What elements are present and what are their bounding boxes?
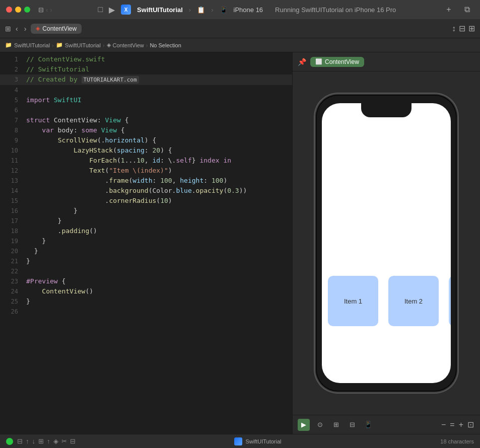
inspector-icon[interactable]: ↕	[452, 24, 456, 33]
status-project-name: SwiftUITutorial	[245, 438, 281, 444]
pin-button[interactable]: 📌	[298, 58, 306, 66]
plain-token: (	[117, 157, 121, 164]
play-icon[interactable]: ▶	[109, 5, 115, 15]
project-icon	[234, 437, 242, 445]
line-content-12[interactable]: Text("Item \(index)")	[26, 166, 288, 176]
split-view-icon[interactable]: ⊟	[459, 24, 465, 33]
nav-forward-icon[interactable]: ›	[50, 6, 52, 14]
line-content-18[interactable]: .padding()	[26, 226, 288, 236]
line-content-13[interactable]: .frame(width: 100, height: 100)	[26, 176, 288, 186]
zoom-in-button[interactable]: +	[458, 419, 464, 430]
plain-token: (.	[97, 136, 105, 144]
preview-panel: 📌 ⬜ ContentView Item 1Item 2Item 3 ▶ ⊙	[293, 52, 480, 434]
grid-preview-button[interactable]: ⊞	[330, 419, 342, 431]
line-number-19: 19	[4, 236, 18, 246]
line-content-16[interactable]: }	[26, 206, 288, 216]
plain-token: .	[26, 227, 61, 235]
line-content-25[interactable]: }	[26, 296, 288, 307]
status-bar: ⊟ ↑ ↓ ⊞ ↑ ◈ ✂ ⊟ SwiftUITutorial 18 chara…	[0, 434, 480, 448]
line-number-20: 20	[4, 246, 18, 256]
comment-token: // ContentView.swift	[26, 55, 105, 63]
plain-token: (	[113, 146, 117, 154]
method-token: ForEach	[89, 157, 117, 164]
plain-token	[26, 126, 42, 134]
param-token: spacing	[117, 146, 145, 154]
status-icon-8[interactable]: ⊟	[70, 437, 76, 445]
plain-token: :	[152, 177, 160, 184]
code-line-6: 6	[0, 105, 292, 115]
status-icon-7[interactable]: ✂	[61, 437, 67, 445]
record-button[interactable]: ⊙	[314, 419, 326, 431]
line-content-17[interactable]: }	[26, 216, 288, 226]
panel-toggle-icon[interactable]: ⊞	[468, 24, 475, 33]
minimize-button[interactable]	[15, 7, 21, 13]
window-control-button[interactable]: ⧉	[460, 5, 474, 15]
line-content-21[interactable]: }	[26, 256, 288, 266]
preview-content: Item 1Item 2Item 3	[293, 71, 480, 415]
breadcrumb-2[interactable]: ◈ ContentView	[107, 42, 144, 48]
line-content-5[interactable]: import SwiftUI	[26, 95, 288, 105]
line-content-8[interactable]: var body: some View {	[26, 125, 288, 135]
code-editor[interactable]: 1// ContentView.swift2// SwiftTutorial3/…	[0, 52, 292, 434]
status-icon-5[interactable]: ↑	[47, 437, 50, 445]
line-content-10[interactable]: LazyHStack(spacing: 20) {	[26, 145, 288, 156]
content-view-tab[interactable]: ◈ ContentView	[31, 24, 82, 34]
zoom-reset-button[interactable]: ⊡	[466, 419, 475, 430]
line-number-16: 16	[4, 206, 18, 216]
type-token: SwiftUI	[54, 96, 82, 104]
status-icon-2[interactable]: ↑	[26, 437, 29, 445]
nav-back-toolbar[interactable]: ‹	[14, 23, 20, 34]
line-number-7: 7	[4, 115, 18, 125]
close-button[interactable]	[6, 7, 12, 13]
zoom-fit-button[interactable]: =	[449, 419, 455, 430]
run-stop-icon[interactable]: □	[98, 5, 103, 14]
maximize-button[interactable]	[24, 7, 30, 13]
plain-token: .	[26, 177, 109, 184]
plain-token: )	[168, 197, 172, 204]
nav-back-icon[interactable]: ‹	[46, 6, 48, 14]
plain-token: ()	[89, 227, 97, 235]
zoom-out-button[interactable]: −	[440, 419, 447, 430]
play-preview-button[interactable]: ▶	[298, 419, 310, 431]
phone-button[interactable]: 📱	[362, 419, 374, 431]
line-content-9[interactable]: ScrollView(.horizontal) {	[26, 135, 288, 145]
add-tab-button[interactable]: +	[442, 5, 456, 15]
status-icon-3[interactable]: ↓	[32, 437, 36, 445]
preview-tab[interactable]: ⬜ ContentView	[310, 57, 364, 67]
status-icon-1[interactable]: ⊟	[17, 437, 23, 445]
line-content-20[interactable]: }	[26, 246, 288, 256]
number-token: 1	[121, 157, 125, 164]
line-content-1[interactable]: // ContentView.swift	[26, 54, 288, 64]
line-content-2[interactable]: // SwiftTutorial	[26, 64, 288, 74]
grid-icon[interactable]: ⊞	[5, 25, 11, 33]
status-icon-6[interactable]: ◈	[53, 437, 58, 445]
line-content-11[interactable]: ForEach(1...10, id: \.self} index in	[26, 156, 288, 166]
sidebar-toggle-icon[interactable]: ⊟	[38, 6, 44, 14]
code-line-13: 13 .frame(width: 100, height: 100)	[0, 176, 292, 186]
breadcrumb-bar: 📁 SwiftUITutorial › 📁 SwiftUITutorial › …	[0, 38, 480, 52]
device-name[interactable]: iPhone 16	[234, 6, 263, 14]
line-number-3: 3	[4, 74, 18, 85]
scroll-item-2: Item 2	[388, 276, 439, 326]
number-token: 20	[152, 146, 160, 154]
line-number-22: 22	[4, 266, 18, 276]
keyword-token: in	[223, 157, 231, 164]
status-project: SwiftUITutorial	[234, 437, 281, 445]
device-preview-button[interactable]: ⊟	[346, 419, 358, 431]
code-line-18: 18 .padding()	[0, 226, 292, 236]
line-content-14[interactable]: .background(Color.blue.opacity(0.3))	[26, 186, 288, 196]
code-line-15: 15 .cornerRadius(10)	[0, 196, 292, 206]
status-icon-4[interactable]: ⊞	[38, 437, 44, 445]
line-content-19[interactable]: }	[26, 236, 288, 246]
keyword-token: some	[82, 126, 97, 134]
line-content-7[interactable]: struct ContentView: View {	[26, 115, 288, 125]
line-content-3[interactable]: // Created by TUTORIALKART.com	[26, 74, 288, 85]
line-content-23[interactable]: #Preview {	[26, 276, 288, 286]
number-token: 10	[136, 157, 145, 164]
plain-token: ) {	[160, 146, 172, 154]
line-content-24[interactable]: ContentView()	[26, 286, 288, 296]
breadcrumb-root[interactable]: 📁 SwiftUITutorial	[5, 42, 50, 48]
line-content-15[interactable]: .cornerRadius(10)	[26, 196, 288, 206]
breadcrumb-1[interactable]: 📁 SwiftUITutorial	[56, 42, 101, 48]
nav-forward-toolbar[interactable]: ›	[23, 23, 28, 34]
